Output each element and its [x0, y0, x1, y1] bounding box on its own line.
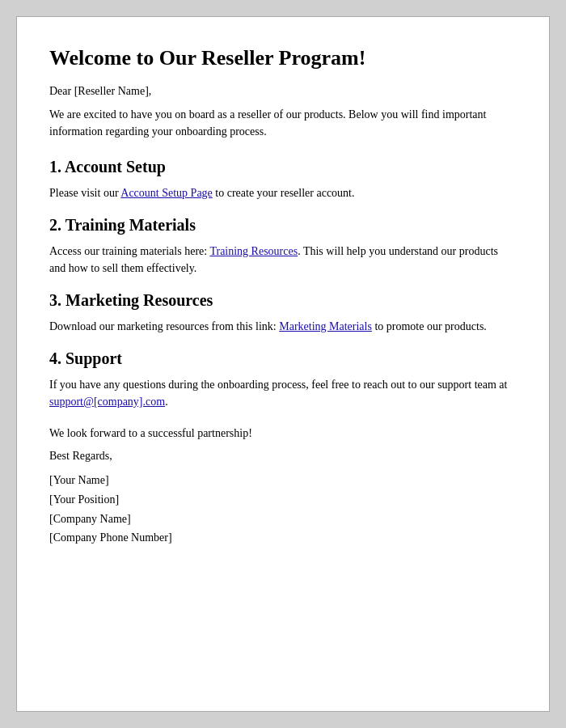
section-body-2: Access our training materials here: Trai…	[49, 243, 517, 277]
greeting-text: Dear [Reseller Name],	[49, 85, 517, 98]
section-training-materials: 2. Training Materials Access our trainin…	[49, 216, 517, 277]
closing-text: We look forward to a successful partners…	[49, 425, 517, 442]
signature-position: [Your Position]	[49, 490, 517, 510]
section-body-1-after: to create your reseller account.	[213, 187, 355, 199]
section-marketing-resources: 3. Marketing Resources Download our mark…	[49, 291, 517, 335]
section-heading-1: 1. Account Setup	[49, 158, 517, 176]
section-heading-2: 2. Training Materials	[49, 216, 517, 235]
account-setup-link[interactable]: Account Setup Page	[120, 187, 213, 199]
section-body-3-before: Download our marketing resources from th…	[49, 320, 279, 332]
section-body-3: Download our marketing resources from th…	[49, 318, 517, 335]
section-heading-4: 4. Support	[49, 349, 517, 368]
signature-phone: [Company Phone Number]	[49, 528, 517, 548]
intro-text: We are excited to have you on board as a…	[49, 106, 517, 140]
section-body-2-before: Access our training materials here:	[49, 245, 209, 257]
section-body-4: If you have any questions during the onb…	[49, 376, 517, 410]
section-body-3-after: to promote our products.	[372, 320, 487, 332]
document-page: Welcome to Our Reseller Program! Dear [R…	[16, 16, 550, 712]
section-heading-3: 3. Marketing Resources	[49, 291, 517, 310]
section-support: 4. Support If you have any questions dur…	[49, 349, 517, 410]
section-body-1-before: Please visit our	[49, 187, 120, 199]
section-account-setup: 1. Account Setup Please visit our Accoun…	[49, 158, 517, 201]
section-body-1: Please visit our Account Setup Page to c…	[49, 184, 517, 201]
training-resources-link[interactable]: Training Resources	[209, 245, 298, 257]
section-body-4-before: If you have any questions during the onb…	[49, 379, 507, 391]
section-body-4-after: .	[165, 396, 168, 408]
signature-company: [Company Name]	[49, 510, 517, 529]
main-title: Welcome to Our Reseller Program!	[49, 46, 517, 70]
signature-name: [Your Name]	[49, 471, 517, 490]
signature-block: [Your Name] [Your Position] [Company Nam…	[49, 471, 517, 548]
marketing-materials-link[interactable]: Marketing Materials	[279, 320, 372, 332]
regards-text: Best Regards,	[49, 450, 517, 463]
support-email-link[interactable]: support@[company].com	[49, 396, 165, 408]
